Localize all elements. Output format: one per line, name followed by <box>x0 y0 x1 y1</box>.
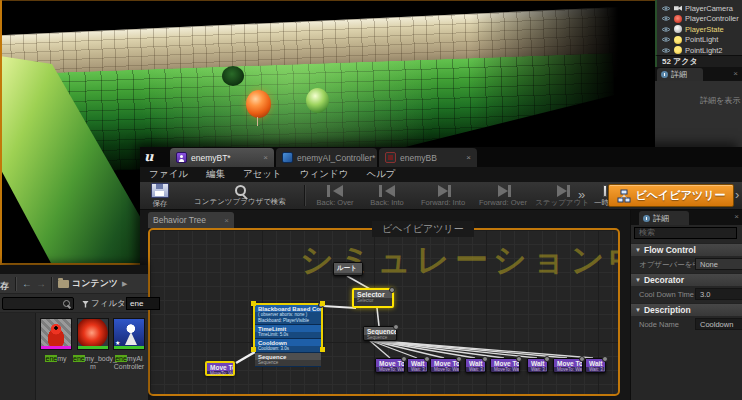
node-pin-dot <box>602 356 608 362</box>
cool-down-time-input[interactable]: 3.0 <box>695 288 742 300</box>
actor-label[interactable]: PointLight2 <box>685 46 723 55</box>
toolbar-separator <box>15 277 17 291</box>
outliner-row[interactable]: PointLight2 <box>657 45 742 56</box>
close-icon[interactable]: × <box>462 153 471 162</box>
composite-sequence[interactable]: Sequence Sequence <box>255 353 321 367</box>
close-icon[interactable]: × <box>224 216 229 225</box>
menu-help[interactable]: ヘルプ <box>357 168 404 181</box>
scene-green-balloon <box>306 88 329 113</box>
menu-window[interactable]: ウィンドウ <box>291 168 358 181</box>
tab-label: enemyBT* <box>191 153 231 163</box>
asset-label[interactable]: enemyAI Controller <box>109 355 149 371</box>
graph-node-move-to-selected[interactable]: Move To MoveTo: Waypoint <box>205 361 235 376</box>
asset-thumbnail-enemy[interactable] <box>40 318 72 350</box>
graph-node-sequence[interactable]: Sequence Sequence <box>363 326 397 341</box>
node-subtitle: Wait: 3.0s <box>466 367 485 373</box>
content-browser-titlebar <box>0 265 148 274</box>
outliner-row[interactable]: PlayerCamera <box>657 3 742 14</box>
graph-node-decorated-sequence[interactable]: Blackboard Based Condition ( observer ab… <box>253 303 323 350</box>
menu-file[interactable]: ファイル <box>140 168 197 181</box>
tab-enemy-bb[interactable]: enemyBB × <box>379 148 477 167</box>
eye-icon[interactable] <box>661 36 671 43</box>
simulation-border-left <box>0 0 2 265</box>
property-label: Cool Down Time <box>639 290 694 299</box>
actor-label[interactable]: PlayerState <box>685 25 724 34</box>
bt-details-tabbar: 詳細 × <box>631 210 742 225</box>
graph-node-wait[interactable]: WaitWait: 3.0s <box>407 358 428 373</box>
save-label: 保存 <box>0 280 9 293</box>
asset-label[interactable]: enemy <box>36 355 76 363</box>
observer-aborts-dropdown[interactable]: None <box>695 258 742 270</box>
caret-right-icon[interactable]: ▶ <box>122 280 127 288</box>
asset-type-bar <box>78 346 108 349</box>
decorator-cooldown[interactable]: Cooldown Cooldown: 3.0s <box>255 339 321 353</box>
tab-bt-details[interactable]: 詳細 <box>639 211 689 225</box>
bt-editor-body: Behavior Tree × シミュレーション中 <box>140 210 742 400</box>
back-arrow-icon[interactable]: ← <box>20 278 34 289</box>
node-name-input[interactable]: Cooldown <box>695 318 742 330</box>
decorator-time-limit[interactable]: TimeLimit TimeLimit: 5.0s <box>255 325 321 339</box>
eye-icon[interactable] <box>661 15 671 22</box>
forward-arrow-icon[interactable]: → <box>34 278 48 289</box>
actor-label[interactable]: PlayerController <box>685 14 739 23</box>
toolbar-expand-chevron[interactable]: » <box>578 187 585 202</box>
asset-search-input[interactable]: ene <box>126 297 160 310</box>
outliner-row[interactable]: PointLight <box>657 35 742 46</box>
section-title: Decorator <box>644 275 684 285</box>
asset-thumbnail-enemy-body[interactable] <box>77 318 109 350</box>
decorator-title: TimeLimit <box>255 325 321 332</box>
graph-node-wait[interactable]: WaitWait: 3.0s <box>527 358 548 373</box>
tab-details[interactable]: 詳細 <box>657 68 703 81</box>
actor-label[interactable]: PlayerCamera <box>685 4 733 13</box>
graph-node-wait[interactable]: WaitWait: 3.0s <box>465 358 486 373</box>
info-icon <box>643 215 650 222</box>
node-title: Move To <box>431 359 459 367</box>
section-description[interactable]: ▼ Description <box>631 303 742 316</box>
property-row: Cool Down Time 3.0 <box>631 286 742 303</box>
details-search-input[interactable]: 検索 <box>634 227 737 239</box>
section-decorator[interactable]: ▼ Decorator <box>631 273 742 286</box>
close-icon[interactable]: × <box>733 69 738 78</box>
decorator-blackboard-condition[interactable]: Blackboard Based Condition ( observer ab… <box>255 305 321 325</box>
decorator-subtitle: Blackboard: PlayerVisible <box>255 318 321 324</box>
menu-asset[interactable]: アセット <box>234 168 291 181</box>
toolbar-more-chevron[interactable]: › <box>735 187 739 202</box>
graph-node-move-to[interactable]: Move ToMoveTo: Waypoint <box>430 358 460 373</box>
eye-icon[interactable] <box>661 5 671 12</box>
graph-node-root[interactable]: ルート <box>333 262 363 276</box>
outliner-row[interactable]: PlayerController <box>657 14 742 25</box>
tab-enemy-bt[interactable]: enemyBT* × <box>170 148 274 167</box>
save-all-button[interactable]: 保存 <box>0 275 12 293</box>
behavior-tree-debug-button[interactable]: ビヘイビアツリー <box>608 184 734 207</box>
tab-enemy-ai-controller[interactable]: enemyAI_Controller* × <box>276 148 377 167</box>
sources-search-input[interactable] <box>2 297 74 310</box>
close-icon[interactable]: × <box>259 153 268 162</box>
scene-right-shadow <box>470 0 655 130</box>
graph-node-move-to[interactable]: Move ToMoveTo: Waypoint <box>375 358 405 373</box>
selection-corner <box>251 347 256 352</box>
eye-icon[interactable] <box>661 47 671 54</box>
behavior-tree-editor-window: u enemyBT* × enemyAI_Controller* × enemy… <box>140 147 742 400</box>
graph-node-wait[interactable]: WaitWait: 3.0s <box>585 358 606 373</box>
search-match-highlight: ene <box>45 355 57 362</box>
outliner-row[interactable]: PlayerState <box>657 24 742 35</box>
graph-node-move-to[interactable]: Move ToMoveTo: Waypoint <box>490 358 520 373</box>
asset-thumbnail-enemy-ai-controller[interactable]: ★ <box>113 318 145 350</box>
graph-node-move-to[interactable]: Move ToMoveTo: Waypoint <box>553 358 583 373</box>
eye-icon[interactable] <box>661 26 671 33</box>
menu-edit[interactable]: 編集 <box>197 168 234 181</box>
close-icon[interactable]: × <box>734 212 739 221</box>
node-subtitle: MoveTo: Waypoint <box>207 371 233 377</box>
breadcrumb-content[interactable]: コンテンツ <box>72 277 118 290</box>
section-flow-control[interactable]: ▼ Flow Control <box>631 243 742 256</box>
content-browser-panel: 保存 ← → コンテンツ ▶ フィルター ▼ ene <box>0 265 148 400</box>
asset-label[interactable]: enemy_body_ m <box>73 355 113 371</box>
section-title: Flow Control <box>644 245 696 255</box>
scene-orange-balloon <box>246 90 271 118</box>
sources-panel[interactable] <box>0 313 36 400</box>
actor-label[interactable]: PointLight <box>685 35 718 44</box>
breadcrumb-behavior-tree-tab[interactable]: Behavior Tree × <box>148 212 234 228</box>
selection-corner <box>251 301 256 306</box>
behavior-tree-graph-canvas[interactable]: シミュレーション中 ルート <box>148 228 620 396</box>
graph-node-selector[interactable]: Selector Selector <box>352 288 394 308</box>
